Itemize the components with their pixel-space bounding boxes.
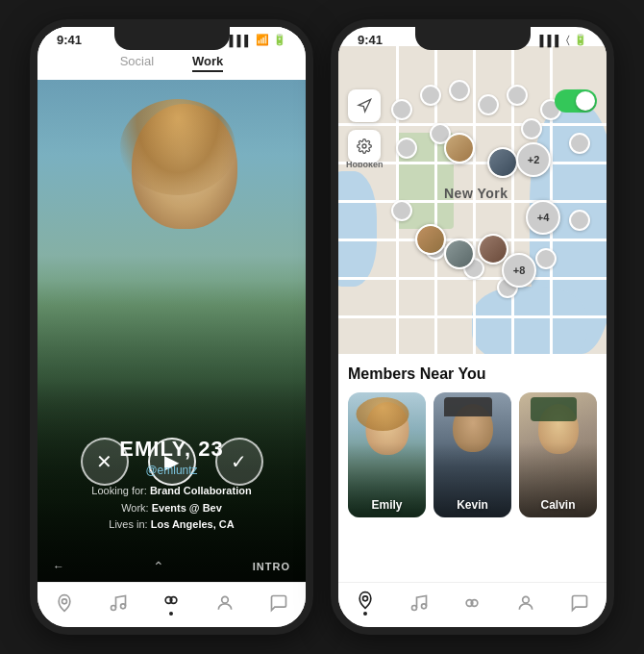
left-phone: 9:41 ▌▌▌ 📶 🔋 Social Work bbox=[30, 19, 313, 635]
city-label: New York bbox=[444, 186, 508, 201]
svg-point-0 bbox=[62, 599, 66, 604]
map-dot-12 bbox=[391, 200, 412, 221]
svg-point-7 bbox=[362, 144, 366, 148]
profile-name: EMILY, 23 bbox=[47, 437, 296, 462]
road-v5 bbox=[550, 46, 553, 354]
map-dot-11 bbox=[569, 133, 590, 154]
svg-point-2 bbox=[120, 604, 125, 609]
nav-music-left[interactable] bbox=[109, 593, 128, 613]
status-time-right: 9:41 bbox=[358, 33, 383, 47]
back-arrow[interactable]: ← bbox=[53, 560, 64, 573]
map-dot-17 bbox=[569, 210, 590, 231]
photo-area: ✕ ▶ ✓ EMILY, 23 @emluntz Looking for: Br… bbox=[37, 80, 306, 582]
map-controls bbox=[348, 89, 381, 163]
member-card-calvin[interactable]: Calvin bbox=[519, 392, 597, 517]
map-pin-user2[interactable] bbox=[444, 239, 475, 269]
bottom-nav-right bbox=[338, 582, 607, 627]
nav-location-left[interactable] bbox=[55, 593, 74, 613]
profile-handle: @emluntz bbox=[47, 464, 296, 477]
map-pin-emily[interactable] bbox=[444, 133, 475, 164]
map-dot-4 bbox=[478, 94, 499, 115]
profile-work: Work: Events @ Bev bbox=[47, 500, 296, 517]
status-time-left: 9:41 bbox=[57, 33, 82, 47]
member-name-kevin: Kevin bbox=[433, 498, 511, 512]
nav-active-dot bbox=[169, 612, 173, 616]
svg-marker-6 bbox=[359, 99, 371, 112]
member-name-emily: Emily bbox=[348, 498, 426, 512]
water-south bbox=[472, 287, 587, 354]
right-phone: 9:41 ▌▌▌ 〈 🔋 bbox=[331, 19, 614, 635]
tab-work[interactable]: Work bbox=[192, 54, 223, 72]
map-dot-3 bbox=[449, 80, 470, 101]
battery-icon-right: 🔋 bbox=[574, 34, 587, 46]
members-grid: Emily Kevin Calvin bbox=[348, 392, 597, 517]
map-dot-10 bbox=[521, 118, 542, 139]
map-pin-group-2[interactable]: +4 bbox=[526, 200, 560, 235]
members-title: Members Near You bbox=[348, 365, 597, 383]
profile-lives: Lives in: Los Angeles, CA bbox=[47, 516, 296, 534]
member-card-emily[interactable]: Emily bbox=[348, 392, 426, 517]
map-pin-group-1[interactable]: +2 bbox=[516, 142, 551, 177]
map-dot-16 bbox=[535, 248, 557, 269]
status-icons-right: ▌▌▌ 〈 🔋 bbox=[540, 34, 587, 46]
nav-connect-right[interactable] bbox=[462, 593, 482, 613]
map-dot-2 bbox=[420, 85, 441, 106]
map-pin-user1[interactable] bbox=[415, 224, 446, 255]
map-area: New York Hoboken bbox=[338, 46, 607, 354]
wifi-icon: 📶 bbox=[256, 34, 269, 46]
intro-label[interactable]: INTRO bbox=[253, 561, 290, 572]
nav-chat-left[interactable] bbox=[269, 593, 288, 613]
location-button[interactable] bbox=[348, 89, 381, 122]
svg-point-5 bbox=[222, 596, 229, 603]
bottom-nav-left bbox=[37, 582, 306, 627]
signal-icon-right: ▌▌▌ bbox=[540, 35, 562, 46]
svg-point-8 bbox=[362, 596, 367, 601]
tab-social[interactable]: Social bbox=[120, 54, 154, 72]
notch bbox=[114, 27, 230, 50]
svg-point-9 bbox=[411, 606, 416, 611]
nav-music-right[interactable] bbox=[409, 593, 429, 613]
member-name-calvin: Calvin bbox=[519, 498, 597, 512]
battery-icon: 🔋 bbox=[273, 34, 286, 46]
chevron-up-icon[interactable]: ⌃ bbox=[153, 559, 164, 574]
nav-active-dot-right bbox=[363, 612, 367, 616]
map-dot-8 bbox=[396, 138, 417, 159]
toggle-switch[interactable] bbox=[555, 89, 597, 113]
map-dot-5 bbox=[507, 85, 528, 106]
wifi-icon-right: 〈 bbox=[566, 34, 570, 46]
map-pin-kevin[interactable] bbox=[487, 147, 518, 178]
nav-connect-left[interactable] bbox=[161, 591, 181, 616]
notch-right bbox=[415, 27, 531, 50]
svg-point-1 bbox=[111, 606, 115, 611]
svg-point-13 bbox=[523, 596, 530, 603]
map-dot-1 bbox=[391, 99, 412, 120]
map-background: New York Hoboken bbox=[338, 46, 607, 354]
toggle-knob bbox=[576, 91, 595, 111]
signal-icon: ▌▌▌ bbox=[230, 35, 252, 46]
members-section: Members Near You Emily Kevin bbox=[338, 354, 607, 582]
profile-looking-for: Looking for: Brand Collaboration bbox=[47, 483, 296, 500]
svg-point-10 bbox=[421, 604, 426, 609]
nav-profile-right[interactable] bbox=[516, 593, 535, 613]
profile-info: EMILY, 23 @emluntz Looking for: Brand Co… bbox=[37, 437, 306, 534]
map-pin-group-3[interactable]: +8 bbox=[502, 253, 536, 288]
water-west bbox=[338, 171, 377, 287]
nav-profile-left[interactable] bbox=[215, 593, 235, 613]
member-card-kevin[interactable]: Kevin bbox=[433, 392, 511, 517]
photo-bottom-bar: ← ⌃ INTRO bbox=[37, 551, 306, 582]
status-icons-left: ▌▌▌ 📶 🔋 bbox=[230, 34, 286, 46]
nav-location-right[interactable] bbox=[356, 591, 375, 616]
nav-chat-right[interactable] bbox=[570, 593, 589, 613]
settings-button[interactable] bbox=[348, 130, 381, 163]
map-toggle[interactable] bbox=[555, 89, 597, 113]
